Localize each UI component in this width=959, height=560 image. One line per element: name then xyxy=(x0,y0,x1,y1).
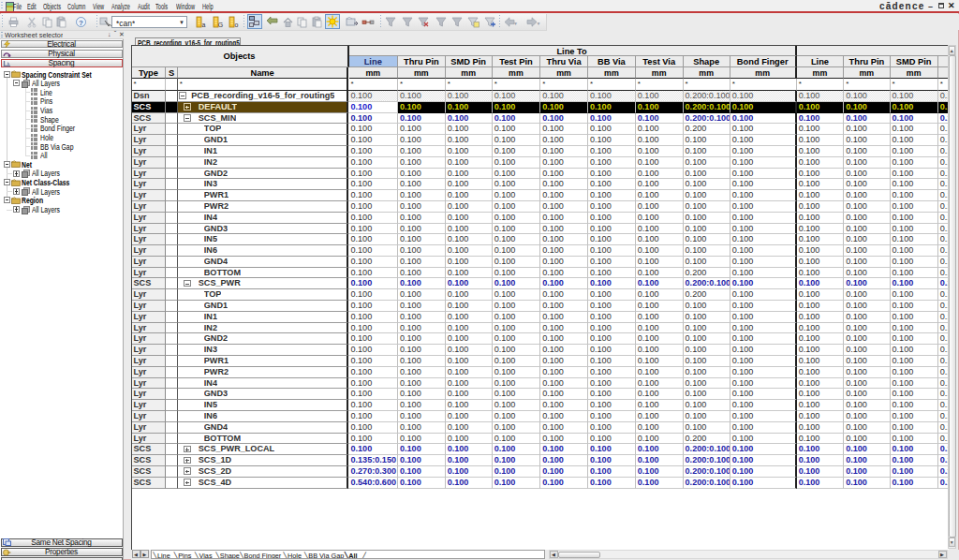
svg-text:o: o xyxy=(234,21,238,27)
svg-text:?: ? xyxy=(79,18,83,26)
svg-text:G: G xyxy=(217,21,222,27)
svg-text:a: a xyxy=(201,21,205,27)
